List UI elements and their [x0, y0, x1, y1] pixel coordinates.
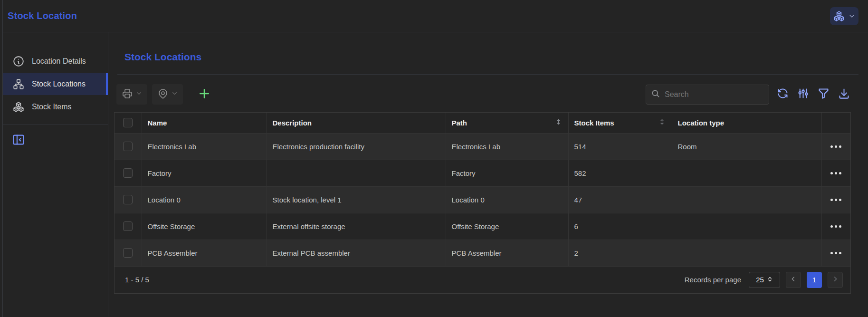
previous-page-button[interactable] [786, 272, 801, 288]
cell-stock-items: 582 [568, 160, 672, 186]
sidebar-divider [3, 125, 108, 125]
cell-path: Factory [446, 160, 568, 186]
column-header-location-type[interactable]: Location type [672, 113, 821, 133]
cell-description: Electronics production facility [267, 133, 446, 160]
download-icon [838, 87, 850, 102]
page-title: Stock Location [8, 10, 77, 21]
cell-name: PCB Assembler [142, 240, 267, 266]
search-icon [651, 89, 660, 100]
row-menu-button[interactable] [828, 145, 845, 148]
table-row[interactable]: Electronics Lab Electronics production f… [114, 133, 850, 160]
search-input[interactable] [665, 90, 764, 99]
cell-path: Location 0 [446, 186, 568, 213]
chevron-right-icon [831, 275, 839, 285]
sidebar-item-label: Stock Locations [32, 80, 86, 88]
heading-divider [117, 74, 858, 75]
cell-description: External PCB assembler [267, 240, 446, 266]
chevron-down-icon [848, 12, 856, 20]
cell-path: Offsite Storage [446, 213, 568, 240]
cell-name: Factory [142, 160, 267, 186]
row-checkbox[interactable] [123, 221, 133, 231]
cell-location-type: Room [672, 133, 821, 160]
table-footer: 1 - 5 / 5 Records per page 25 [114, 267, 850, 293]
app-container: Stock Location Lo [2, 0, 868, 317]
print-actions-button[interactable] [116, 84, 147, 105]
cell-name: Location 0 [142, 186, 267, 213]
row-menu-button[interactable] [828, 252, 845, 254]
sort-icon [554, 118, 563, 127]
cell-stock-items: 47 [568, 186, 672, 213]
row-checkbox[interactable] [123, 248, 133, 258]
add-location-button[interactable] [196, 84, 212, 105]
adjustments-icon [797, 87, 810, 102]
info-circle-icon [12, 55, 25, 67]
sort-icon [658, 118, 666, 127]
row-menu-button[interactable] [828, 199, 845, 201]
sidebar-item-location-details[interactable]: Location Details [3, 50, 108, 72]
record-count: 1 - 5 / 5 [125, 276, 149, 284]
printer-icon [122, 88, 133, 101]
packages-icon [12, 101, 25, 113]
column-header-path[interactable]: Path [446, 113, 568, 133]
sidebar-item-label: Location Details [32, 57, 86, 66]
table-header-row: Name Description Path [114, 113, 850, 133]
stock-nav-button[interactable] [830, 7, 858, 25]
table-row[interactable]: PCB Assembler External PCB assembler PCB… [114, 240, 850, 266]
filter-button[interactable] [816, 87, 830, 102]
sidebar-collapse-button[interactable] [11, 133, 27, 148]
table-options-button[interactable] [796, 87, 810, 102]
sidebar-item-stock-items[interactable]: Stock Items [3, 96, 108, 118]
selector-icon [767, 276, 773, 284]
sidebar-item-label: Stock Items [32, 103, 72, 111]
sitemap-icon [12, 78, 25, 90]
next-page-button[interactable] [828, 272, 843, 288]
cell-stock-items: 6 [568, 213, 672, 240]
row-checkbox[interactable] [123, 168, 133, 178]
sidebar: Location Details Stock Locations [3, 32, 108, 317]
column-header-description[interactable]: Description [267, 113, 446, 133]
row-checkbox[interactable] [123, 142, 133, 151]
sidebar-collapse-icon [11, 140, 26, 148]
search-box [646, 85, 769, 105]
page-number-button[interactable]: 1 [807, 272, 822, 288]
packages-icon [833, 10, 845, 22]
refresh-button[interactable] [775, 87, 790, 102]
cell-location-type [672, 160, 821, 186]
download-button[interactable] [837, 87, 851, 102]
refresh-icon [776, 87, 789, 102]
row-checkbox[interactable] [123, 195, 133, 204]
table-row[interactable]: Factory Factory 582 [114, 160, 850, 186]
cell-path: PCB Assembler [446, 240, 568, 266]
cell-location-type [672, 213, 821, 240]
chevron-down-icon [171, 90, 178, 99]
column-header-name[interactable]: Name [142, 113, 267, 133]
table-row[interactable]: Offsite Storage External offsite storage… [114, 213, 850, 240]
select-all-checkbox[interactable] [123, 118, 133, 127]
cell-location-type [672, 186, 821, 213]
cell-stock-items: 514 [568, 133, 672, 160]
records-per-page-select[interactable]: 25 [749, 272, 780, 288]
records-per-page-label: Records per page [685, 276, 741, 284]
cell-location-type [672, 240, 821, 266]
cell-description: External offsite storage [267, 213, 446, 240]
cell-name: Electronics Lab [142, 133, 267, 160]
cell-name: Offsite Storage [142, 213, 267, 240]
filter-icon [817, 87, 830, 102]
cell-description [267, 160, 446, 186]
cell-stock-items: 2 [568, 240, 672, 266]
chevron-left-icon [790, 275, 797, 285]
column-header-actions [821, 113, 850, 133]
cell-path: Electronics Lab [446, 133, 568, 160]
map-pin-icon [157, 88, 169, 101]
sidebar-item-stock-locations[interactable]: Stock Locations [3, 73, 108, 95]
main-panel: Stock Locations [108, 32, 868, 317]
location-actions-button[interactable] [152, 84, 183, 105]
column-header-stock-items[interactable]: Stock Items [568, 113, 672, 133]
stock-locations-table: Name Description Path [114, 112, 851, 294]
row-menu-button[interactable] [828, 225, 845, 228]
row-menu-button[interactable] [828, 172, 845, 174]
table-row[interactable]: Location 0 Stock location, level 1 Locat… [114, 186, 850, 213]
cell-description: Stock location, level 1 [267, 186, 446, 213]
top-header-bar: Stock Location [3, 0, 868, 32]
plus-icon [197, 86, 211, 103]
